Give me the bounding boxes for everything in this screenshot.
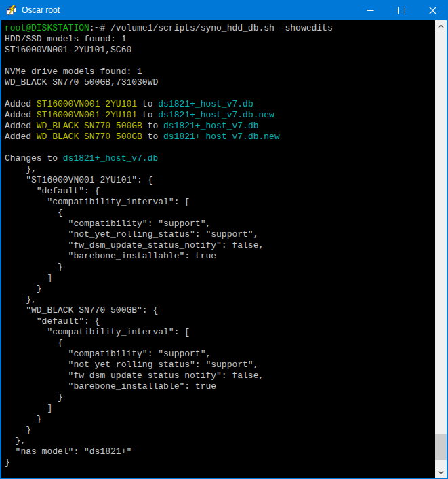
terminal-line: "fw_dsm_update_status_notify": false, [5, 370, 435, 381]
terminal-line: } [5, 425, 435, 436]
terminal-line: "compatibility": "support", [5, 349, 435, 360]
terminal-line: "barebone_installable": true [5, 381, 435, 392]
terminal-line: "compatibility": "support", [5, 218, 435, 229]
terminal-line [5, 142, 435, 153]
terminal-line: ] [5, 403, 435, 414]
terminal-output[interactable]: root@DISKSTATION:~# /volume1/scripts/syn… [1, 20, 435, 478]
terminal-line: "not_yet_rolling_status": "support", [5, 229, 435, 240]
maximize-button[interactable] [386, 0, 417, 20]
terminal-line: { [5, 338, 435, 349]
window-body: root@DISKSTATION:~# /volume1/scripts/syn… [0, 20, 448, 479]
maximize-icon [398, 7, 405, 14]
terminal-line: } [5, 414, 435, 425]
terminal-line: "not_yet_rolling_status": "support", [5, 360, 435, 370]
terminal-line: "ST16000VN001-2YU101": { [5, 175, 435, 186]
scrollbar-thumb[interactable] [435, 434, 447, 460]
terminal-line: } [5, 457, 435, 468]
terminal-line: }, [5, 294, 435, 305]
terminal-line: }, [5, 436, 435, 446]
scrollbar[interactable] [435, 20, 447, 478]
window-title: Oscar root [22, 5, 354, 15]
terminal-line: ST16000VN001-2YU101,SC60 [5, 45, 435, 56]
chevron-down-icon [438, 470, 444, 474]
terminal-line: NVMe drive models found: 1 [5, 66, 435, 77]
terminal-line: } [5, 262, 435, 273]
terminal-line: { [5, 208, 435, 218]
terminal-line: "barebone_installable": true [5, 251, 435, 262]
chevron-up-icon [438, 24, 444, 28]
terminal-line: Added ST16000VN001-2YU101 to ds1821+_hos… [5, 110, 435, 121]
terminal-line: "default": { [5, 316, 435, 327]
putty-app-icon[interactable] [6, 5, 17, 16]
putty-window: Oscar root root@DISKSTATION:~# /volu [0, 0, 448, 479]
terminal-line [5, 56, 435, 66]
scroll-down-button[interactable] [435, 466, 447, 478]
close-icon [429, 7, 436, 14]
terminal-line: HDD/SSD models found: 1 [5, 34, 435, 45]
terminal-line: "compatibility_interval": [ [5, 197, 435, 208]
terminal-line: }, [5, 164, 435, 175]
terminal-line: "nas_model": "ds1821+" [5, 446, 435, 457]
terminal-line: } [5, 284, 435, 294]
terminal-line: "default": { [5, 186, 435, 197]
terminal-line: Added WD_BLACK SN770 500GB to ds1821+_ho… [5, 121, 435, 132]
scroll-up-button[interactable] [435, 20, 447, 32]
terminal-line: "fw_dsm_update_status_notify": false, [5, 240, 435, 251]
minimize-icon [367, 7, 374, 14]
terminal-line: } [5, 392, 435, 403]
terminal-line [5, 88, 435, 99]
caption-buttons [354, 0, 448, 20]
close-button[interactable] [417, 0, 448, 20]
minimize-button[interactable] [354, 0, 386, 20]
terminal-line: "WD_BLACK SN770 500GB": { [5, 305, 435, 316]
titlebar[interactable]: Oscar root [0, 0, 448, 20]
terminal-line: root@DISKSTATION:~# /volume1/scripts/syn… [5, 23, 435, 34]
terminal-line: ] [5, 273, 435, 284]
terminal-line: "compatibility_interval": [ [5, 327, 435, 338]
terminal-line: Changes to ds1821+_host_v7.db [5, 153, 435, 164]
terminal-line: WD_BLACK SN770 500GB,731030WD [5, 77, 435, 88]
terminal-line: Added WD_BLACK SN770 500GB to ds1821+_ho… [5, 132, 435, 142]
terminal-line: Added ST16000VN001-2YU101 to ds1821+_hos… [5, 99, 435, 110]
